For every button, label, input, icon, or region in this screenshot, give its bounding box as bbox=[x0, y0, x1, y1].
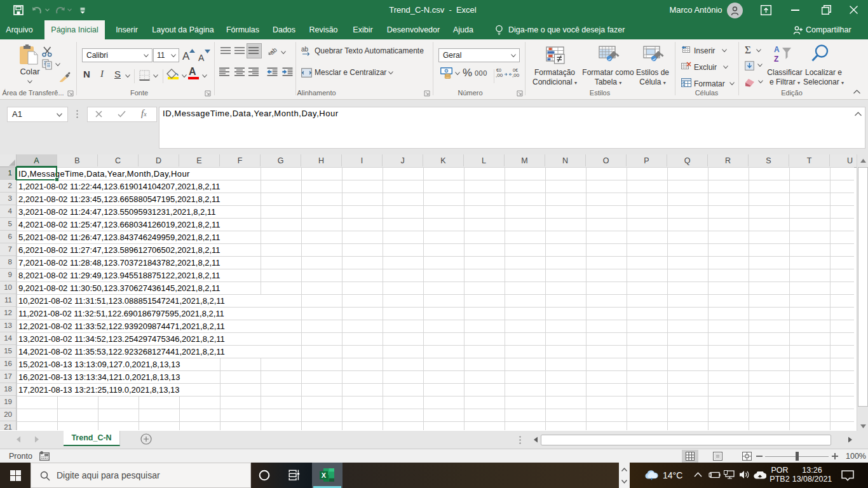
svg-text:A: A bbox=[774, 45, 780, 54]
svg-text:0€: 0€ bbox=[513, 69, 518, 72]
svg-text:,00: ,00 bbox=[512, 72, 520, 78]
svg-text:ab: ab bbox=[301, 46, 309, 53]
svg-text:€0: €0 bbox=[496, 69, 501, 72]
svg-text:,00: ,00 bbox=[496, 72, 503, 78]
svg-text:X: X bbox=[322, 471, 327, 479]
svg-text:Z: Z bbox=[774, 55, 778, 64]
